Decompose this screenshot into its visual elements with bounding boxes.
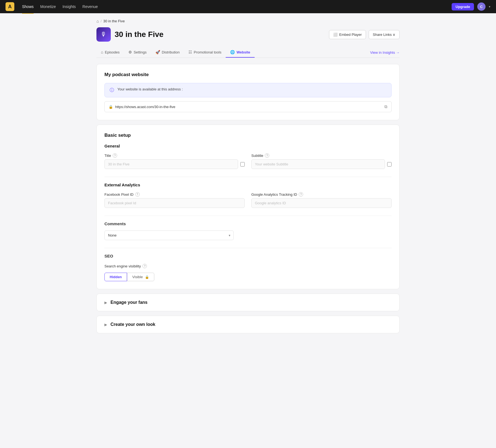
- show-header: 🎙 30 in the Five ⬜ Embed Player Share Li…: [96, 27, 400, 42]
- seo-toggle-group: Hidden Visible 🔒: [104, 273, 392, 281]
- promo-label: Promotional tools: [194, 50, 221, 54]
- show-title: 30 in the Five: [115, 30, 163, 39]
- website-icon: 🌐: [230, 50, 235, 54]
- share-links-label: Share Links ∨: [373, 33, 395, 37]
- seo-help-icon[interactable]: ?: [142, 264, 147, 268]
- page-content: ⌂ / 30 in the Five 🎙 30 in the Five ⬜ Em…: [91, 13, 405, 349]
- subtitle-input[interactable]: [251, 159, 385, 169]
- website-label: Website: [236, 50, 250, 54]
- nav-link-shows[interactable]: Shows: [22, 3, 34, 10]
- podcast-website-title: My podcast website: [104, 72, 392, 77]
- title-group: Title ?: [104, 153, 245, 169]
- secondary-navigation: ⌂ Episodes ⚙ Settings 🚀 Distribution ☷ P…: [96, 47, 400, 58]
- seo-group: SEO Search engine visibility ? Hidden Vi…: [104, 254, 392, 281]
- divider-3: [104, 248, 392, 248]
- seo-visible-label: Visible: [132, 275, 143, 279]
- subtitle-label-row: Subtitle ?: [251, 153, 392, 158]
- google-label: Google Analytics Tracking ID: [251, 192, 297, 197]
- facebook-group: Facebook Pixel ID ?: [104, 192, 245, 208]
- facebook-input[interactable]: [104, 198, 245, 208]
- engage-chevron-icon: ▶: [104, 301, 107, 305]
- facebook-help-icon[interactable]: ?: [135, 192, 140, 197]
- podcast-website-card: My podcast website ⓘ Your website is ava…: [96, 64, 400, 120]
- subtitle-input-row: [251, 159, 392, 169]
- seo-visible-button[interactable]: Visible 🔒: [127, 273, 154, 281]
- nav-link-insights[interactable]: Insights: [63, 3, 76, 10]
- settings-label: Settings: [134, 50, 147, 54]
- comments-label: Comments: [104, 221, 392, 226]
- title-input-row: [104, 159, 245, 169]
- show-header-left: 🎙 30 in the Five: [96, 27, 163, 42]
- create-look-title: Create your own look: [110, 322, 155, 327]
- facebook-label: Facebook Pixel ID: [104, 192, 134, 197]
- nav-left: A Shows Monetize Insights Revenue: [6, 2, 98, 11]
- share-links-button[interactable]: Share Links ∨: [369, 30, 400, 39]
- engage-fans-card[interactable]: ▶ Engage your fans: [96, 294, 400, 311]
- home-icon[interactable]: ⌂: [96, 19, 99, 23]
- google-help-icon[interactable]: ?: [299, 192, 303, 197]
- app-logo[interactable]: A: [6, 2, 14, 11]
- sec-link-episodes[interactable]: ⌂ Episodes: [96, 47, 124, 58]
- upgrade-button[interactable]: Upgrade: [452, 3, 474, 10]
- sec-link-website[interactable]: 🌐 Website: [226, 47, 255, 58]
- basic-setup-title: Basic setup: [104, 133, 392, 138]
- basic-setup-card: Basic setup General Title ? Subtitle ?: [96, 125, 400, 289]
- nav-link-revenue[interactable]: Revenue: [82, 3, 98, 10]
- sec-link-promo-tools[interactable]: ☷ Promotional tools: [184, 47, 226, 58]
- title-help-icon[interactable]: ?: [113, 153, 117, 158]
- subtitle-help-icon[interactable]: ?: [265, 153, 269, 158]
- title-label-row: Title ?: [104, 153, 245, 158]
- nav-right: Upgrade C ▾: [452, 2, 490, 11]
- website-info-box: ⓘ Your website is available at this addr…: [104, 83, 392, 97]
- show-icon: 🎙: [96, 27, 111, 42]
- top-navigation: A Shows Monetize Insights Revenue Upgrad…: [0, 0, 496, 13]
- seo-visible-lock-icon: 🔒: [145, 275, 149, 279]
- website-url: https://shows.acast.com/30-in-the-five: [115, 105, 175, 109]
- google-input[interactable]: [251, 198, 392, 208]
- sec-link-distribution[interactable]: 🚀 Distribution: [151, 47, 184, 58]
- title-label: Title: [104, 154, 111, 158]
- title-input[interactable]: [104, 159, 238, 169]
- info-icon: ⓘ: [110, 87, 114, 93]
- url-box: 🔒 https://shows.acast.com/30-in-the-five…: [104, 101, 392, 112]
- episodes-icon: ⌂: [101, 50, 103, 54]
- breadcrumb-current: 30 in the Five: [103, 19, 125, 23]
- analytics-section-label: External Analytics: [104, 183, 392, 187]
- sec-link-settings[interactable]: ⚙ Settings: [124, 47, 151, 58]
- comments-select-wrap: None Disqus Facebook Comments ▾: [104, 230, 234, 240]
- avatar-chevron[interactable]: ▾: [489, 5, 490, 9]
- google-group: Google Analytics Tracking ID ?: [251, 192, 392, 208]
- episodes-label: Episodes: [105, 50, 119, 54]
- comments-group: Comments None Disqus Facebook Comments ▾: [104, 221, 392, 240]
- embed-player-button[interactable]: ⬜ Embed Player: [329, 30, 366, 39]
- comments-select[interactable]: None Disqus Facebook Comments: [104, 230, 234, 240]
- view-insights-link[interactable]: View in Insights →: [370, 50, 400, 55]
- seo-hidden-button[interactable]: Hidden: [104, 273, 127, 281]
- subtitle-group: Subtitle ?: [251, 153, 392, 169]
- show-header-right: ⬜ Embed Player Share Links ∨: [329, 30, 400, 39]
- title-subtitle-row: Title ? Subtitle ?: [104, 153, 392, 169]
- general-section-label: General: [104, 144, 392, 148]
- distribution-icon: 🚀: [155, 50, 160, 54]
- divider-2: [104, 216, 392, 216]
- nav-link-monetize[interactable]: Monetize: [40, 3, 56, 10]
- promo-icon: ☷: [188, 50, 192, 54]
- avatar[interactable]: C: [477, 2, 486, 11]
- url-inner: 🔒 https://shows.acast.com/30-in-the-five: [109, 105, 175, 109]
- create-look-card[interactable]: ▶ Create your own look: [96, 316, 400, 333]
- engage-fans-title: Engage your fans: [110, 300, 147, 305]
- settings-icon: ⚙: [128, 50, 132, 54]
- seo-label: SEO: [104, 254, 392, 258]
- analytics-row: Facebook Pixel ID ? Google Analytics Tra…: [104, 192, 392, 208]
- divider-1: [104, 177, 392, 177]
- seo-visibility-label: Search engine visibility: [104, 264, 141, 268]
- title-checkbox[interactable]: [240, 162, 245, 167]
- breadcrumb: ⌂ / 30 in the Five: [96, 19, 400, 23]
- subtitle-checkbox[interactable]: [387, 162, 392, 167]
- subtitle-label: Subtitle: [251, 154, 263, 158]
- embed-icon: ⬜: [333, 33, 338, 37]
- distribution-label: Distribution: [162, 50, 180, 54]
- embed-player-label: Embed Player: [339, 33, 362, 37]
- google-label-row: Google Analytics Tracking ID ?: [251, 192, 392, 197]
- copy-icon[interactable]: ⧉: [384, 104, 387, 109]
